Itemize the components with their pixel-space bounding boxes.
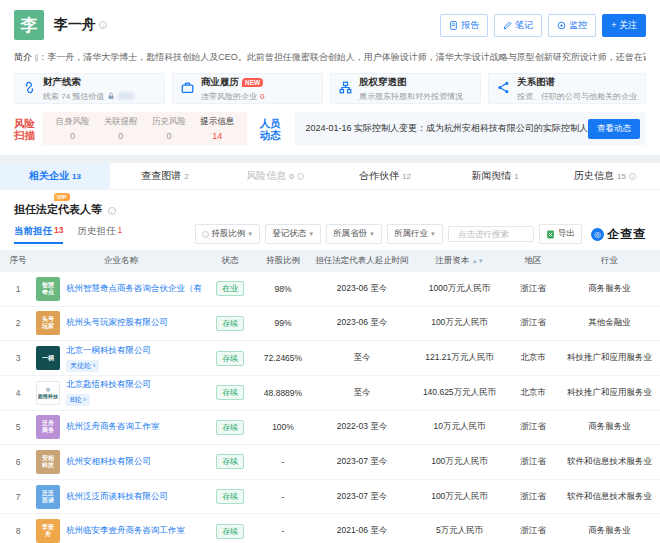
filters: i持股比例▼登记状态▼所属省份▼所属行业▼ 导出 ◎ 企查查 [195, 224, 646, 244]
company-logo: 一桐 [36, 346, 60, 370]
filter-3[interactable]: 所属省份▼ [326, 224, 382, 244]
filter-1[interactable]: i持股比例▼ [195, 224, 260, 244]
company-name-link[interactable]: 杭州头号玩家控股有限公司 [66, 317, 168, 329]
col-header-2: 企业名称 [36, 255, 206, 267]
row-number: 8 [0, 526, 36, 536]
filter-label: 持股比例 [211, 228, 245, 240]
industry: 商务服务业 [559, 421, 660, 433]
region: 浙江省 [507, 283, 559, 295]
tenure-period: 2023-06 至今 [312, 317, 412, 329]
view-dynamics-button[interactable]: 查看动态 [588, 119, 640, 139]
report-icon [449, 21, 458, 30]
shareholding-ratio: 99% [254, 318, 312, 328]
name-info-icon[interactable]: i [99, 21, 107, 29]
search-input[interactable] [458, 229, 528, 239]
tenure-period: 2023-07 至今 [312, 491, 412, 503]
status-badge: 存续 [216, 454, 244, 469]
tab-label: 合作伙伴 [359, 169, 399, 183]
company-name-link[interactable]: 杭州泛泛而谈科技有限公司 [66, 491, 168, 503]
company-name-link[interactable]: 杭州临安李壹舟商务咨询工作室 [66, 525, 185, 537]
tab-label: 风险信息 [246, 169, 286, 183]
chevron-down-icon: ▼ [430, 231, 436, 237]
section-gap [0, 155, 660, 163]
filter-2[interactable]: 登记状态▼ [265, 224, 321, 244]
personnel-text: 2024-01-16 实际控制人变更：成为杭州安相科技有限公司的实际控制人 [305, 122, 588, 135]
table-row: 2头号玩家杭州头号玩家控股有限公司存续99%2023-06 至今100万元人民币… [0, 307, 660, 342]
action-label: 监控 [569, 19, 587, 32]
company-name-link[interactable]: 杭州泛舟商务咨询工作室 [66, 421, 160, 433]
section-head: VIP 担任法定代表人等 i [0, 190, 660, 217]
shareholding-ratio: 48.8889% [254, 388, 312, 398]
feature-card-3[interactable]: 股权穿透图展示股东持股和对外投资情况 [330, 73, 481, 104]
feature-card-4[interactable]: 关系图谱投资、任职的公司与他相关的企业 [488, 73, 646, 104]
registered-capital: 100万元人民币 [412, 456, 507, 468]
risk-stat-label: 提示信息 [193, 116, 241, 128]
risk-stat-4[interactable]: 提示信息14 [193, 116, 241, 141]
col-header-6[interactable]: 注册资本 ▲▼ [412, 255, 507, 267]
tab-1[interactable]: 相关企业13 [0, 163, 110, 189]
tab-label: 新闻舆情 [471, 169, 511, 183]
registered-capital: 5万元人民币 [412, 525, 507, 537]
risk-stat-value: 0 [48, 131, 96, 141]
status-badge: 存续 [216, 316, 244, 331]
registered-capital: 100万元人民币 [412, 317, 507, 329]
company-name-link[interactable]: 北京一桐科技有限公司 [66, 345, 151, 357]
risk-stat-3[interactable]: 历史风险0 [145, 116, 193, 141]
risk-stat-1[interactable]: 自身风险0 [48, 116, 96, 141]
tab-count: 13 [72, 172, 81, 181]
feature-card-1[interactable]: 财产线索线索 74 预估价值 [14, 73, 165, 104]
tab-label: 历史信息 [574, 169, 614, 183]
report-button[interactable]: 报告 [440, 14, 488, 37]
region: 浙江省 [507, 525, 559, 537]
chevron-down-icon: ▼ [247, 231, 253, 237]
company-name-link[interactable]: 杭州安相科技有限公司 [66, 456, 151, 468]
subtab-2[interactable]: 历史担任1 [77, 225, 122, 244]
subtab-count: 1 [117, 225, 122, 240]
funding-round-tag[interactable]: B轮 › [66, 394, 90, 406]
profile-card: 李 李一舟 i 报告笔记监控+ 关注 简介 i ： 李一舟，清华大学博士，匙悟科… [0, 0, 660, 155]
company-name-link[interactable]: 北京匙悟科技有限公司 [66, 379, 151, 391]
subtab-1[interactable]: 当前担任13 [14, 225, 63, 244]
col-header-3: 状态 [206, 255, 254, 267]
tenure-period: 至今 [312, 387, 412, 399]
search-box [448, 226, 534, 242]
row-number: 7 [0, 492, 36, 502]
note-button[interactable]: 笔记 [494, 14, 542, 37]
company-name-link[interactable]: 杭州智慧奇点商务咨询合伙企业（有限合伙） [66, 283, 202, 295]
subtabs: 当前担任13历史担任1 [14, 225, 122, 244]
tab-count: 15 [617, 172, 626, 181]
filter-4[interactable]: 所属行业▼ [387, 224, 443, 244]
company-logo: 安相科技 [36, 450, 60, 474]
col-header-1: 序号 [0, 255, 36, 267]
brand-logo[interactable]: ◎ 企查查 [591, 226, 646, 243]
tenure-period: 2021-06 至今 [312, 525, 412, 537]
risk-stat-value: 0 [97, 131, 145, 141]
tab-6[interactable]: 历史信息15i [550, 163, 660, 189]
filter-label: 登记状态 [272, 228, 306, 240]
tab-2[interactable]: 查查图谱2 [110, 163, 220, 189]
shareholding-ratio: - [254, 492, 312, 502]
export-excel-icon [546, 230, 555, 239]
tab-4[interactable]: 合作伙伴12 [330, 163, 440, 189]
follow-button[interactable]: + 关注 [602, 14, 646, 37]
risk-stat-2[interactable]: 关联提醒0 [97, 116, 145, 141]
note-icon [503, 21, 512, 30]
intro-row: 简介 i ： 李一舟，清华大学博士，匙悟科技创始人及CEO。此前曾担任微蜜联合创… [14, 51, 646, 64]
row-number: 5 [0, 422, 36, 432]
feature-card-2[interactable]: 商业履历NEW连带风险的企业0 [172, 73, 323, 104]
export-button[interactable]: 导出 [539, 224, 582, 244]
feature-title: 股权穿透图 [359, 76, 407, 89]
tab-3[interactable]: 风险信息0i [220, 163, 330, 189]
monitor-button[interactable]: 监控 [548, 14, 596, 37]
tenure-period: 2023-06 至今 [312, 283, 412, 295]
table-row: 1智慧奇点杭州智慧奇点商务咨询合伙企业（有限合伙）在业98%2023-06 至今… [0, 272, 660, 307]
equity-icon [339, 81, 352, 96]
table-header: 序号企业名称状态持股比例担任法定代表人起止时间注册资本 ▲▼地区行业 [0, 250, 660, 272]
feature-cards: 财产线索线索 74 预估价值商业履历NEW连带风险的企业0股权穿透图展示股东持股… [14, 73, 646, 104]
section-info-icon[interactable]: i [108, 207, 116, 215]
feature-title: 商业履历 [201, 76, 239, 89]
funding-round-tag[interactable]: 天使轮 › [66, 360, 99, 372]
new-badge: NEW [242, 78, 263, 87]
table-row: 3一桐北京一桐科技有限公司天使轮 ›存续72.2465%至今121.21万元人民… [0, 341, 660, 376]
tab-5[interactable]: 新闻舆情1 [440, 163, 550, 189]
